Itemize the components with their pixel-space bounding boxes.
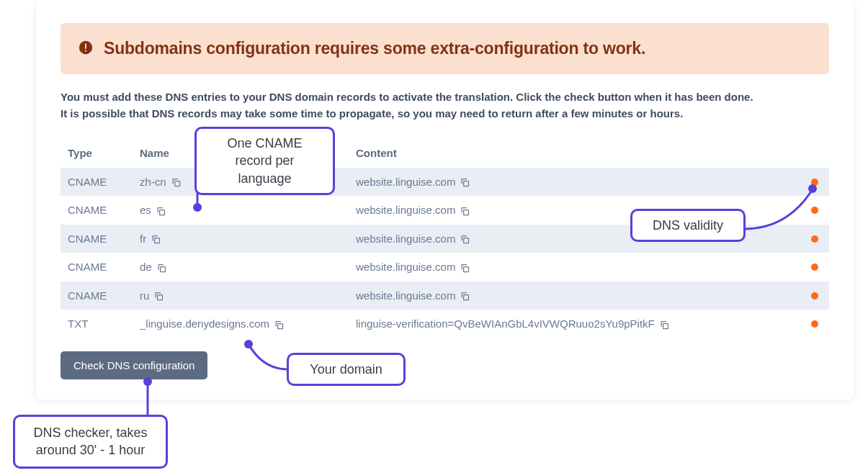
cell-content: website.linguise.com <box>349 168 800 197</box>
table-row: CNAMEzh-cnwebsite.linguise.com <box>61 168 829 197</box>
cell-type: TXT <box>61 310 133 338</box>
copy-icon[interactable] <box>659 320 670 330</box>
connector-endpoint <box>808 184 817 193</box>
table-row: TXT_linguise.denydesigns.comlinguise-ver… <box>61 310 829 338</box>
description-line1: You must add these DNS entries to your D… <box>61 91 753 103</box>
th-status <box>800 138 829 168</box>
cell-type: CNAME <box>61 168 133 197</box>
table-row: CNAMEruwebsite.linguise.com <box>61 281 829 310</box>
cell-type: CNAME <box>61 196 133 225</box>
copy-icon[interactable] <box>171 177 182 188</box>
cell-content: website.linguise.com <box>349 253 800 281</box>
svg-rect-12 <box>464 295 469 300</box>
cell-type: CNAME <box>61 253 133 281</box>
svg-rect-13 <box>278 323 283 328</box>
status-dot <box>811 320 818 328</box>
cell-status <box>800 310 829 338</box>
th-type: Type <box>61 138 133 168</box>
status-dot <box>811 207 818 214</box>
connector-endpoint <box>244 340 253 348</box>
alert-banner: Subdomains configuration requires some e… <box>61 23 829 74</box>
cell-name: fr <box>133 225 349 253</box>
svg-rect-11 <box>158 295 163 300</box>
copy-icon[interactable] <box>460 234 470 245</box>
description: You must add these DNS entries to your D… <box>61 89 829 122</box>
cell-type: CNAME <box>61 281 133 310</box>
copy-icon[interactable] <box>460 177 470 188</box>
alert-icon <box>78 40 94 58</box>
callout-domain: Your domain <box>287 353 406 386</box>
copy-icon[interactable] <box>274 320 285 330</box>
svg-rect-7 <box>155 238 160 243</box>
cell-status <box>800 225 829 253</box>
callout-validity: DNS validity <box>630 209 746 242</box>
table-row: CNAMEdewebsite.linguise.com <box>61 253 829 281</box>
copy-icon[interactable] <box>153 291 164 302</box>
svg-rect-10 <box>464 266 469 271</box>
cell-status <box>800 253 829 281</box>
description-line2: It is possible that DNS records may take… <box>61 107 683 120</box>
cell-name: es <box>133 196 349 225</box>
dns-config-panel: Subdomains configuration requires some e… <box>36 0 854 400</box>
svg-rect-8 <box>464 238 469 243</box>
svg-rect-3 <box>174 181 179 186</box>
cell-status <box>800 281 829 310</box>
svg-rect-1 <box>85 43 86 48</box>
copy-icon[interactable] <box>151 234 161 245</box>
callout-checker: DNS checker, takes around 30' - 1 hour <box>13 415 168 469</box>
th-content: Content <box>349 138 800 168</box>
copy-icon[interactable] <box>460 291 470 302</box>
check-dns-button[interactable]: Check DNS configuration <box>61 351 207 379</box>
connector-endpoint <box>143 377 152 386</box>
cell-name: ru <box>133 281 349 310</box>
svg-rect-4 <box>464 181 469 186</box>
svg-rect-6 <box>464 210 469 215</box>
cell-name: _linguise.denydesigns.com <box>133 310 349 338</box>
cell-content: website.linguise.com <box>349 281 800 310</box>
status-dot <box>811 263 818 271</box>
copy-icon[interactable] <box>156 263 167 274</box>
connector-endpoint <box>193 203 202 212</box>
copy-icon[interactable] <box>460 263 470 274</box>
svg-rect-14 <box>663 323 668 328</box>
cell-name: de <box>133 253 349 281</box>
status-dot <box>811 292 818 299</box>
cell-type: CNAME <box>61 225 133 253</box>
svg-rect-5 <box>159 210 164 215</box>
alert-text: Subdomains configuration requires some e… <box>104 39 645 58</box>
copy-icon[interactable] <box>156 206 166 217</box>
cell-status <box>800 196 829 225</box>
cell-content: linguise-verification=QvBeWIAnGbL4vIVWQR… <box>349 310 800 338</box>
status-dot <box>811 235 818 243</box>
copy-icon[interactable] <box>460 206 470 217</box>
svg-rect-9 <box>160 266 165 271</box>
callout-cname: One CNAME record per language <box>194 127 335 195</box>
svg-rect-2 <box>85 50 86 51</box>
